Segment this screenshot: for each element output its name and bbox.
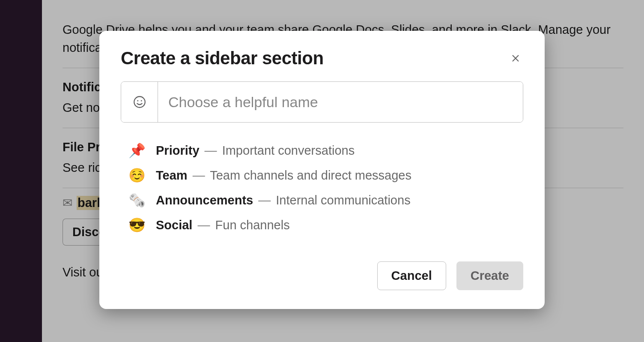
separator: —: [203, 144, 219, 157]
suggestion-social[interactable]: 😎 Social — Fun channels: [128, 213, 523, 237]
name-input-group: [121, 81, 523, 123]
suggestion-team[interactable]: ☺️ Team — Team channels and direct messa…: [128, 163, 523, 188]
suggestion-announcements[interactable]: 🗞️ Announcements — Internal communicatio…: [128, 188, 523, 213]
close-icon: [511, 54, 520, 63]
pushpin-icon: 📌: [128, 142, 146, 159]
smiling-face-icon: ☺️: [128, 167, 146, 183]
suggestion-text: Social — Fun channels: [156, 218, 290, 232]
suggestion-text: Priority — Important conversations: [156, 144, 355, 158]
suggestions-list: 📌 Priority — Important conversations ☺️ …: [121, 138, 523, 237]
suggestion-text: Team — Team channels and direct messages: [156, 168, 411, 183]
modal-overlay: Create a sidebar section 📌: [0, 0, 644, 342]
modal-title: Create a sidebar section: [121, 48, 324, 69]
suggestion-priority[interactable]: 📌 Priority — Important conversations: [128, 138, 523, 163]
suggestion-desc: Internal communications: [276, 193, 410, 207]
suggestion-text: Announcements — Internal communications: [156, 193, 411, 207]
suggestion-desc: Important conversations: [222, 144, 355, 157]
emoji-picker-button[interactable]: [121, 82, 158, 122]
separator: —: [256, 193, 272, 207]
cancel-button[interactable]: Cancel: [377, 261, 446, 290]
suggestion-desc: Fun channels: [215, 218, 290, 232]
suggestion-name: Announcements: [156, 193, 253, 207]
section-name-input[interactable]: [158, 82, 523, 122]
suggestion-name: Team: [156, 168, 188, 182]
modal-footer: Cancel Create: [121, 261, 523, 290]
newspaper-icon: 🗞️: [128, 192, 146, 208]
create-button[interactable]: Create: [456, 261, 523, 290]
svg-point-2: [134, 96, 145, 108]
separator: —: [196, 218, 212, 232]
suggestion-name: Social: [156, 218, 192, 232]
separator: —: [191, 168, 207, 182]
sunglasses-icon: 😎: [128, 217, 146, 233]
suggestion-desc: Team channels and direct messages: [210, 168, 411, 182]
suggestion-name: Priority: [156, 144, 200, 157]
modal-header: Create a sidebar section: [121, 48, 523, 69]
close-button[interactable]: [508, 51, 523, 66]
create-section-modal: Create a sidebar section 📌: [99, 31, 545, 309]
svg-point-3: [137, 100, 138, 102]
svg-point-4: [140, 100, 142, 102]
smiley-icon: [132, 95, 147, 109]
